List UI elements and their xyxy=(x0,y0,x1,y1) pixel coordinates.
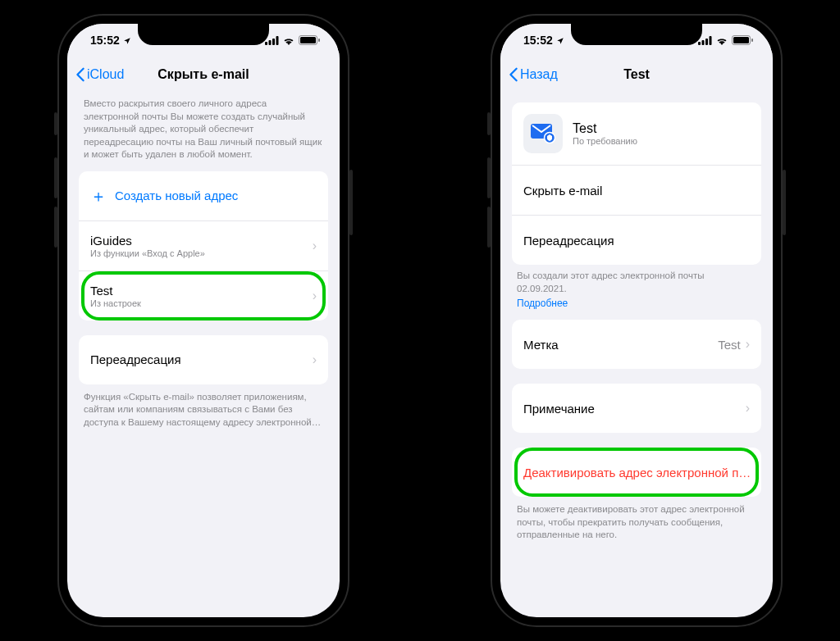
device-right: 15:52 Назад Test xyxy=(491,14,783,627)
address-row-iguides[interactable]: iGuides Из функции «Вход с Apple» › xyxy=(79,220,328,270)
chevron-right-icon: › xyxy=(313,352,317,367)
forward-label: Переадресация xyxy=(90,352,313,366)
wifi-icon xyxy=(282,36,295,45)
note-label: Примечание xyxy=(523,402,746,416)
deactivate-button[interactable]: Деактивировать адрес электронной п… xyxy=(512,448,761,497)
forward-label: Переадресация xyxy=(523,234,750,248)
svg-rect-2 xyxy=(272,39,275,45)
svg-rect-0 xyxy=(265,42,267,45)
back-label: Назад xyxy=(520,67,558,82)
address-row-test[interactable]: Test Из настроек › xyxy=(79,270,328,320)
deactivate-footer: Вы можете деактивировать этот адрес элек… xyxy=(512,503,761,552)
screen-left: 15:52 iCloud Скрыть e-mail Вместо раскры… xyxy=(67,24,340,617)
note-group: Примечание › xyxy=(512,384,761,433)
label-group: Метка Test › xyxy=(512,320,761,369)
back-label: iCloud xyxy=(87,67,124,82)
header-sub: По требованию xyxy=(573,136,637,146)
address-title: Test xyxy=(90,284,313,298)
chevron-right-icon: › xyxy=(746,337,750,352)
screen-right: 15:52 Назад Test xyxy=(500,24,773,617)
label-name: Метка xyxy=(523,338,718,352)
content-right: Test По требованию Скрыть e-mail Переадр… xyxy=(500,93,773,617)
more-link[interactable]: Подробнее xyxy=(517,295,756,310)
chevron-left-icon xyxy=(509,67,518,82)
chevron-right-icon: › xyxy=(313,289,317,303)
forward-group: Переадресация › xyxy=(79,335,328,384)
footer-text: Функция «Скрыть e-mail» позволяет прилож… xyxy=(79,391,328,439)
header-group: Test По требованию Скрыть e-mail Переадр… xyxy=(512,102,761,265)
create-address-label: Создать новый адрес xyxy=(115,189,238,202)
deactivate-group: Деактивировать адрес электронной п… xyxy=(512,448,761,497)
chevron-left-icon xyxy=(75,67,85,82)
battery-icon xyxy=(732,35,753,45)
svg-rect-12 xyxy=(733,37,749,43)
status-time: 15:52 xyxy=(90,34,131,47)
side-button xyxy=(783,170,786,235)
address-sub: Из функции «Вход с Apple» xyxy=(90,248,313,258)
battery-icon xyxy=(299,35,320,45)
nav-bar: iCloud Скрыть e-mail xyxy=(67,57,340,93)
intro-text: Вместо раскрытия своего личного адреса э… xyxy=(79,93,328,171)
note-row[interactable]: Примечание › xyxy=(512,384,761,433)
header-card: Test По требованию xyxy=(512,102,761,165)
label-value: Test xyxy=(718,338,741,352)
chevron-right-icon: › xyxy=(313,239,317,253)
svg-rect-13 xyxy=(751,39,753,42)
svg-rect-5 xyxy=(300,37,316,43)
addresses-group: ＋ Создать новый адрес iGuides Из функции… xyxy=(79,171,328,320)
notch xyxy=(571,24,702,45)
side-button xyxy=(54,207,57,248)
label-row[interactable]: Метка Test › xyxy=(512,320,761,369)
hide-email-label: Скрыть e-mail xyxy=(523,184,750,198)
location-icon xyxy=(123,37,131,45)
svg-rect-9 xyxy=(705,39,708,45)
header-title: Test xyxy=(573,121,637,136)
side-button xyxy=(54,112,57,135)
back-button[interactable]: iCloud xyxy=(75,57,124,93)
location-icon xyxy=(556,37,564,45)
screenshot-stage: 15:52 iCloud Скрыть e-mail Вместо раскры… xyxy=(0,0,840,641)
side-button xyxy=(487,112,491,135)
svg-rect-8 xyxy=(702,40,705,45)
svg-rect-10 xyxy=(710,36,712,45)
chevron-right-icon: › xyxy=(746,401,750,416)
side-button xyxy=(349,170,353,235)
create-address-button[interactable]: ＋ Создать новый адрес xyxy=(79,171,328,220)
content-left: Вместо раскрытия своего личного адреса э… xyxy=(67,93,340,617)
svg-rect-1 xyxy=(269,40,272,45)
hide-email-row[interactable]: Скрыть e-mail xyxy=(512,165,761,215)
deactivate-label: Деактивировать адрес электронной п… xyxy=(523,466,751,480)
nav-title: Скрыть e-mail xyxy=(158,67,249,82)
wifi-icon xyxy=(715,36,728,45)
forward-row[interactable]: Переадресация xyxy=(512,215,761,265)
side-button xyxy=(487,157,491,198)
device-left: 15:52 iCloud Скрыть e-mail Вместо раскры… xyxy=(57,14,349,627)
back-button[interactable]: Назад xyxy=(509,57,558,93)
plus-icon: ＋ xyxy=(90,188,107,204)
forward-row[interactable]: Переадресация › xyxy=(79,335,328,384)
svg-rect-7 xyxy=(698,42,701,45)
address-sub: Из настроек xyxy=(90,298,313,308)
mail-privacy-icon xyxy=(523,114,563,153)
nav-bar: Назад Test xyxy=(500,57,773,93)
address-title: iGuides xyxy=(90,234,313,248)
notch xyxy=(138,24,269,45)
side-button xyxy=(54,157,57,198)
nav-title: Test xyxy=(623,67,650,82)
side-button xyxy=(487,207,491,248)
svg-rect-6 xyxy=(318,39,320,42)
status-time: 15:52 xyxy=(523,34,564,47)
created-text: Вы создали этот адрес электронной почты … xyxy=(512,270,761,320)
svg-rect-3 xyxy=(276,36,279,45)
